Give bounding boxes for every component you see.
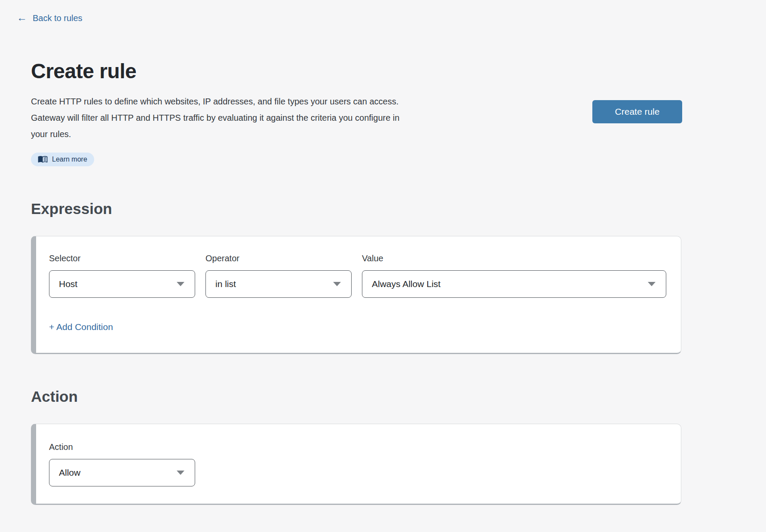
action-dropdown[interactable]: Allow [49, 459, 195, 486]
description-line: Create HTTP rules to define which websit… [31, 93, 487, 110]
value-label: Value [362, 254, 666, 263]
action-section-heading: Action [31, 388, 766, 406]
description-line: your rules. [31, 126, 487, 142]
value-dropdown-value: Always Allow List [372, 279, 441, 289]
expression-fields-row: Selector Host Operator in list Value Alw… [49, 254, 666, 298]
expression-section-heading: Expression [31, 200, 766, 218]
learn-more-label: Learn more [52, 156, 87, 163]
action-label: Action [49, 442, 666, 452]
value-field: Value Always Allow List [362, 254, 666, 298]
back-arrow-icon: ← [17, 12, 27, 23]
chevron-down-icon [177, 471, 184, 475]
value-dropdown[interactable]: Always Allow List [362, 270, 666, 298]
selector-label: Selector [49, 254, 195, 263]
action-field: Action Allow [49, 442, 666, 486]
back-to-rules-link[interactable]: ← Back to rules [17, 13, 83, 23]
expression-card: Selector Host Operator in list Value Alw… [31, 236, 681, 354]
selector-dropdown-value: Host [59, 279, 77, 289]
page-title: Create rule [31, 59, 766, 83]
action-card: Action Allow [31, 424, 681, 505]
description-line: Gateway will filter all HTTP and HTTPS t… [31, 110, 487, 126]
operator-field: Operator in list [205, 254, 352, 298]
selector-field: Selector Host [49, 254, 195, 298]
operator-dropdown-value: in list [215, 279, 236, 289]
learn-more-badge[interactable]: Learn more [31, 153, 94, 166]
chevron-down-icon [648, 282, 656, 286]
action-dropdown-value: Allow [59, 468, 80, 478]
operator-dropdown[interactable]: in list [205, 270, 352, 298]
create-rule-button[interactable]: Create rule [592, 100, 682, 123]
add-condition-link[interactable]: + Add Condition [49, 322, 113, 332]
chevron-down-icon [333, 282, 341, 286]
back-link-label: Back to rules [33, 13, 83, 23]
chevron-down-icon [177, 282, 184, 286]
page-description: Create HTTP rules to define which websit… [31, 93, 487, 142]
operator-label: Operator [205, 254, 352, 263]
book-icon [38, 156, 48, 163]
create-rule-page: ← Back to rules Create rule Create rule … [0, 0, 766, 532]
selector-dropdown[interactable]: Host [49, 270, 195, 298]
